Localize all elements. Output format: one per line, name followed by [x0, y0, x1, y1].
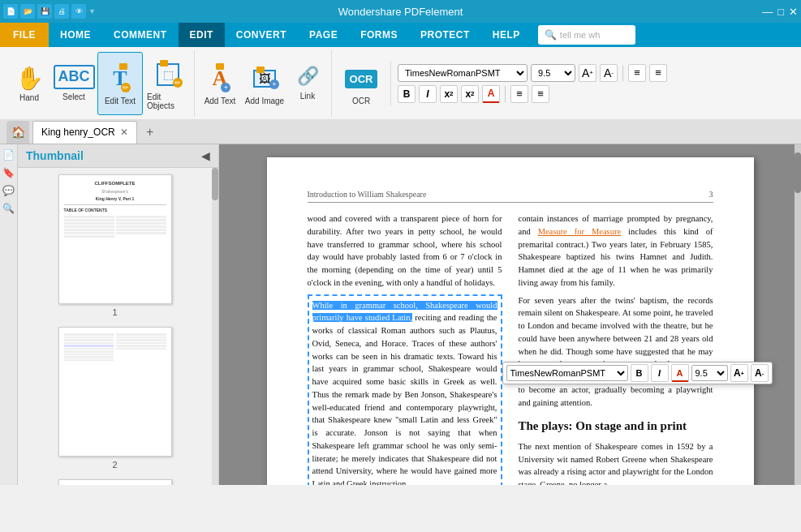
floating-shrink-btn[interactable]: A- — [751, 364, 769, 382]
toolbar: ✋ Hand ABC Select T ✏ Edit Text — [0, 47, 801, 120]
menu-edit[interactable]: EDIT — [179, 23, 225, 47]
justify-btn[interactable]: ≡ — [532, 85, 549, 103]
toolbar-group-2: A + Add Text 🖼 + Add Image 🔗 Link — [195, 50, 332, 117]
floating-bold-btn[interactable]: B — [631, 364, 648, 382]
sidebar-header: Thumbnail ◀ — [18, 144, 218, 168]
menu-bar: FILE HOME COMMENT EDIT CONVERT PAGE FORM… — [0, 23, 801, 47]
superscript-btn[interactable]: x2 — [440, 85, 458, 103]
tab-close-btn[interactable]: ✕ — [120, 127, 128, 138]
title-bar: 📄 📂 💾 🖨 👁 ▼ Wondershare PDFelement — □ ✕ — [0, 0, 801, 23]
thumbnail-1[interactable]: CLIFFSOMPLETE Shakespeare's King Henry V… — [58, 174, 172, 317]
menu-home[interactable]: HOME — [49, 23, 102, 47]
new-icon[interactable]: 📄 — [3, 4, 18, 19]
minimize-btn[interactable]: — — [762, 6, 773, 18]
menu-file[interactable]: FILE — [0, 23, 49, 47]
main-content: 📄 🔖 💬 🔍 Thumbnail ◀ CLIFFSOMPLETE Shakes… — [0, 144, 801, 485]
right-para-2: For seven years after the twins' baptism… — [519, 294, 713, 410]
doc-scrollbar[interactable] — [795, 144, 801, 485]
floating-size-select[interactable]: 9.5 — [691, 365, 728, 381]
subscript-btn[interactable]: x2 — [461, 85, 479, 103]
left-text-continued: reciting and reading the works of classi… — [312, 313, 497, 485]
page-nav-icon[interactable]: 📄 — [2, 148, 16, 162]
menu-protect[interactable]: PROTECT — [409, 23, 481, 47]
toolbar-group-3: OCR OCR — [332, 50, 390, 117]
grow-font-btn[interactable]: A+ — [579, 64, 596, 82]
search-text[interactable]: tell me wh — [560, 30, 601, 40]
thumbnail-3[interactable] — [58, 479, 172, 485]
font-color-btn[interactable]: A — [482, 85, 500, 103]
select-icon: ABC — [54, 65, 95, 89]
floating-font-toolbar: TimesNewRomanPSMT B I A 9.5 A+ A- — [502, 362, 773, 384]
toolbar-group-1: ✋ Hand ABC Select T ✏ Edit Text — [5, 50, 195, 117]
hand-tool-btn[interactable]: ✋ Hand — [8, 52, 50, 115]
hand-label: Hand — [19, 93, 39, 102]
ocr-btn[interactable]: OCR OCR — [338, 52, 384, 115]
sidebar-title: Thumbnail — [26, 149, 84, 162]
edit-text-btn[interactable]: T ✏ Edit Text — [97, 52, 143, 115]
sidebar-scrollbar[interactable] — [212, 168, 218, 485]
tab-label: King henry_OCR — [41, 127, 115, 138]
floating-font-color-btn[interactable]: A — [671, 364, 689, 382]
sidebar: Thumbnail ◀ CLIFFSOMPLETE Shakespeare's … — [18, 144, 219, 485]
format-panel: TimesNewRomanPSMT 9.5 A+ A- ≡ ≡ B I x2 x… — [390, 61, 796, 106]
link-icon: 🔗 — [297, 66, 319, 87]
thumbnail-frame-3 — [58, 479, 172, 485]
bookmark-icon[interactable]: 🔖 — [2, 165, 16, 180]
link-label: Link — [300, 92, 315, 101]
text-edit-box[interactable]: While in grammar school, Shakespeare wou… — [308, 294, 502, 486]
menu-help[interactable]: HELP — [481, 23, 532, 47]
add-tab-btn[interactable]: + — [140, 122, 160, 142]
bold-btn[interactable]: B — [398, 85, 416, 103]
add-image-label: Add Image — [245, 97, 284, 105]
shrink-font-btn[interactable]: A- — [600, 64, 618, 82]
link-btn[interactable]: 🔗 Link — [289, 52, 326, 115]
sidebar-collapse-btn[interactable]: ◀ — [201, 149, 210, 162]
select-tool-btn[interactable]: ABC Select — [53, 52, 95, 115]
menu-comment[interactable]: COMMENT — [102, 23, 179, 47]
floating-grow-btn[interactable]: A+ — [730, 364, 748, 382]
right-para-3: The next mention of Shakespeare comes in… — [519, 440, 713, 485]
align-left-btn[interactable]: ≡ — [628, 64, 646, 82]
align-center-btn[interactable]: ≡ — [510, 85, 528, 103]
section-heading: The plays: On stage and in print — [519, 417, 713, 435]
menu-page[interactable]: PAGE — [298, 23, 349, 47]
font-size-select[interactable]: 9.5 — [531, 64, 575, 82]
menu-forms[interactable]: FORMS — [349, 23, 409, 47]
add-image-icon: 🖼 + — [250, 61, 279, 97]
tabs-bar: 🏠 King henry_OCR ✕ + — [0, 120, 801, 144]
thumbnail-2[interactable]: 2 — [58, 327, 172, 470]
thumbnail-frame-1: CLIFFSOMPLETE Shakespeare's King Henry V… — [58, 174, 172, 304]
right-para-1: contain instances of marriage prompted b… — [519, 212, 713, 290]
floating-italic-btn[interactable]: I — [651, 364, 669, 382]
font-select[interactable]: TimesNewRomanPSMT — [398, 64, 528, 82]
ocr-icon: OCR — [345, 61, 377, 97]
link-text-measure: Measure for Measure — [538, 227, 621, 236]
select-label: Select — [62, 92, 85, 101]
thumbnail-frame-2 — [58, 327, 172, 457]
document-area: Introduction to William Shakespeare 3 wo… — [219, 144, 801, 485]
add-text-icon: A + — [205, 61, 235, 97]
edit-objects-btn[interactable]: ⬚ ✏ Edit Objects — [145, 52, 191, 115]
open-icon[interactable]: 📂 — [20, 4, 35, 19]
save-icon[interactable]: 💾 — [37, 4, 52, 19]
comment-icon[interactable]: 💬 — [2, 183, 16, 198]
separator-1 — [622, 65, 623, 81]
search-side-icon[interactable]: 🔍 — [2, 201, 16, 216]
right-column: contain instances of marriage prompted b… — [519, 212, 713, 485]
edit-text-icon: T ✏ — [106, 61, 135, 97]
menu-convert[interactable]: CONVERT — [225, 23, 298, 47]
floating-font-select[interactable]: TimesNewRomanPSMT — [506, 365, 628, 381]
maximize-btn[interactable]: □ — [777, 6, 784, 18]
italic-btn[interactable]: I — [419, 85, 437, 103]
close-btn[interactable]: ✕ — [789, 6, 798, 18]
left-para-highlighted: While in grammar school, Shakespeare wou… — [312, 299, 497, 486]
search-icon: 🔍 — [545, 29, 557, 41]
print-icon[interactable]: 🖨 — [54, 4, 69, 19]
page-header-title: Introduction to William Shakespeare — [308, 190, 427, 199]
add-text-btn[interactable]: A + Add Text — [200, 52, 240, 115]
preview-icon[interactable]: 👁 — [71, 4, 86, 19]
tab-king-henry[interactable]: King henry_OCR ✕ — [32, 121, 137, 144]
add-image-btn[interactable]: 🖼 + Add Image — [243, 52, 286, 115]
home-btn[interactable]: 🏠 — [6, 121, 29, 144]
align-right-btn[interactable]: ≡ — [649, 64, 667, 82]
